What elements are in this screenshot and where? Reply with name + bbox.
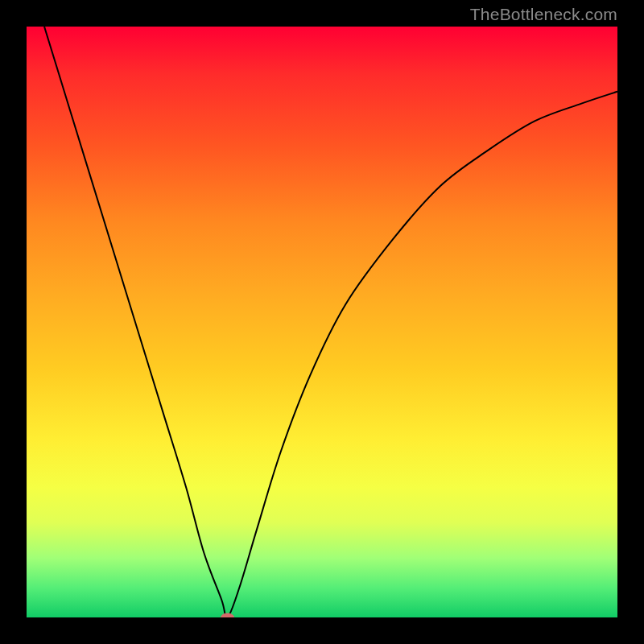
bottleneck-curve [44,27,617,617]
watermark-text: TheBottleneck.com [470,5,617,24]
chart-svg [27,27,617,617]
plot-area [27,27,617,617]
chart-container: TheBottleneck.com [0,0,644,644]
minimum-marker [221,613,234,617]
